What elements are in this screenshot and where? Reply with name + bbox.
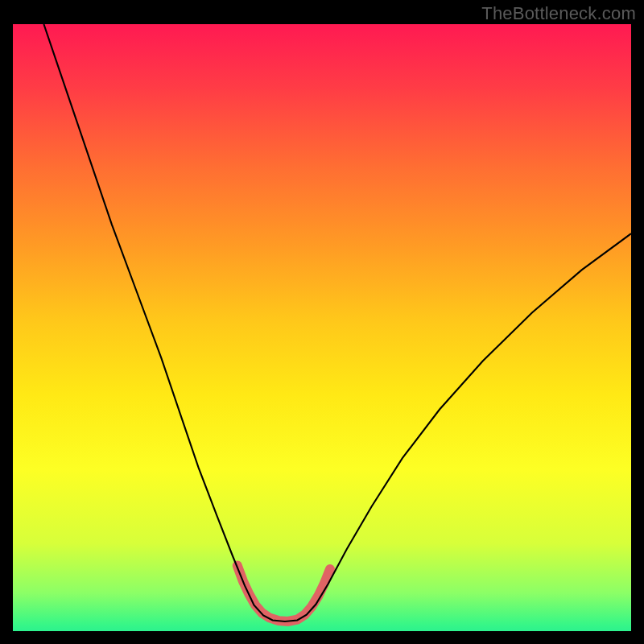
plot-area [13,24,631,631]
bottleneck-curve-path [43,24,631,621]
chart-frame: TheBottleneck.com [0,0,644,644]
curve-layer [13,24,631,631]
highlight-band-path [237,566,330,621]
watermark-text: TheBottleneck.com [481,3,636,24]
